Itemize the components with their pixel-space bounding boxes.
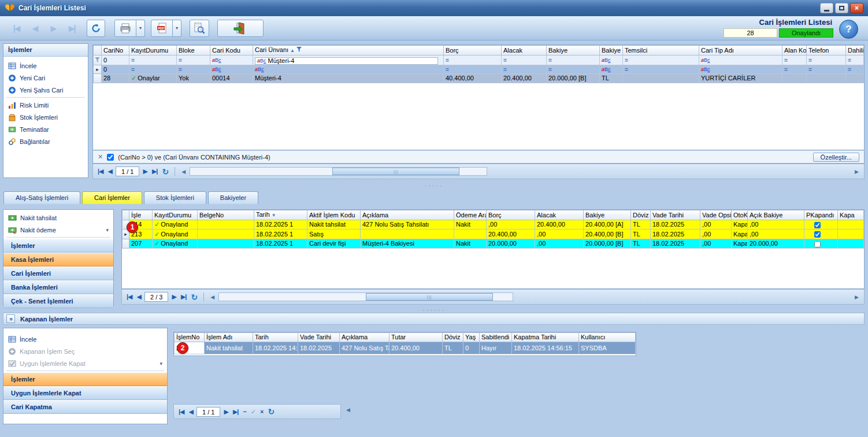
first-record-button[interactable]: |◀ — [7, 20, 25, 37]
filter-cell-borc[interactable]: = — [444, 55, 502, 65]
section-cek-senet-islemleri[interactable]: Çek - Senet İşlemleri — [3, 294, 113, 308]
pdf-export-button[interactable]: PDF — [151, 20, 173, 37]
column-header-cari-kodu[interactable]: Cari Kodu — [210, 46, 253, 55]
pager-previous-button[interactable]: ◀ — [107, 168, 113, 175]
column-header-islemno[interactable]: İşlemNo — [175, 333, 205, 342]
column-header-bloke[interactable]: Bloke — [177, 46, 210, 55]
section-cari-kapatma[interactable]: Cari Kapatma — [3, 400, 167, 414]
filter2-cell[interactable]: = — [623, 65, 699, 74]
preview-button[interactable] — [190, 20, 209, 37]
pager-refresh-icon[interactable]: ↻ — [267, 407, 276, 416]
filter2-cell[interactable]: aBc — [699, 65, 782, 74]
collapse-panel-button[interactable]: » — [6, 314, 15, 323]
column-header-temsilci[interactable]: Temsilci — [623, 46, 699, 55]
column-header-kayitdurumu[interactable]: KayıtDurumu — [153, 210, 198, 220]
action-kapanan-islem-sec[interactable]: Kapanan İşlem Seç — [3, 345, 167, 357]
column-header-alacak[interactable]: Alacak — [502, 46, 547, 55]
customer-row[interactable]: 28 ✓Onaylar Yok 00014 Müşteri-4 40.400,0… — [94, 74, 864, 83]
refresh-button[interactable] — [87, 20, 105, 37]
tab-bakiyeler[interactable]: Bakiyeler — [208, 191, 258, 204]
column-header-dahili[interactable]: Dahili — [846, 46, 864, 55]
pager-first-button[interactable]: |◀ — [97, 168, 105, 175]
filter-cell-bakiye[interactable]: = — [547, 55, 600, 65]
pager-first-button[interactable]: |◀ — [177, 408, 186, 416]
print-button[interactable] — [114, 20, 136, 37]
pager-refresh-icon[interactable]: ↻ — [190, 292, 199, 302]
column-header-aciklama[interactable]: Açıklama — [361, 210, 454, 220]
filter2-cell[interactable]: = — [129, 65, 177, 74]
sidebar-item-risk-limiti[interactable]: Risk Limiti — [3, 99, 88, 111]
cancel-edit-button[interactable]: × — [259, 408, 264, 415]
column-header-aktif-islem-kodu[interactable]: Aktif İşlem Kodu — [307, 210, 361, 220]
more-actions-caret[interactable]: ▾ — [159, 361, 162, 366]
section-kasa-islemleri[interactable]: Kasa İşlemleri — [3, 253, 113, 266]
action-uygun-islemlerle-kapat[interactable]: Uygun İşlemlerle Kapat ▾ — [3, 357, 167, 369]
column-header-tutar[interactable]: Tutar — [390, 333, 443, 342]
filter-cell-bloke[interactable]: = — [177, 55, 210, 65]
column-header-doviz[interactable]: Döviz — [631, 210, 651, 220]
previous-record-button[interactable]: ◀ — [25, 20, 44, 37]
scrollbar-thumb[interactable] — [332, 168, 459, 175]
exit-button[interactable] — [217, 20, 264, 37]
close-button[interactable]: × — [850, 3, 863, 13]
column-header-pkapandi[interactable]: PKapandı — [804, 210, 838, 220]
pkapandi-checkbox[interactable] — [814, 241, 821, 247]
column-header-tarih[interactable]: Tarih▼ — [254, 210, 307, 220]
sidebar-item-yeni-cari[interactable]: Yeni Cari — [3, 72, 88, 84]
customize-filter-button[interactable]: Özelleştir... — [813, 153, 859, 162]
filter-cell-alacak[interactable]: = — [502, 55, 547, 65]
pkapandi-checkbox[interactable] — [814, 231, 821, 238]
filter2-cell[interactable]: = — [782, 65, 807, 74]
column-header-bakiye[interactable]: Bakiye — [584, 210, 631, 220]
help-button[interactable]: ? — [839, 20, 858, 39]
pager-last-button[interactable]: ▶| — [180, 293, 188, 301]
post-record-button[interactable]: ✓ — [250, 408, 257, 416]
filter2-cell[interactable]: = — [846, 65, 864, 74]
pager-previous-button[interactable]: ◀ — [188, 408, 194, 416]
column-header-borc[interactable]: Borç — [487, 210, 535, 220]
filter-cell-cari-kodu[interactable]: aBc — [210, 55, 253, 65]
sidebar-item-stok-islemleri[interactable]: Stok İşlemleri — [3, 111, 88, 123]
column-header-vade-opsiyonu[interactable]: Vade Opsiy — [700, 210, 732, 220]
hscroll-left-arrow[interactable]: ◀ — [344, 407, 352, 413]
column-header-borc[interactable]: Borç — [444, 46, 502, 55]
action-nakit-tahsilat[interactable]: Nakit tahsilat — [3, 212, 113, 224]
more-actions-caret[interactable]: ▾ — [106, 227, 109, 233]
column-header-doviz[interactable]: Döviz — [443, 333, 463, 342]
column-header-alan-kodu[interactable]: Alan Ko — [782, 46, 807, 55]
column-header-vade-tarihi[interactable]: Vade Tarihi — [298, 333, 340, 342]
splitter-grip-bottom[interactable]: ······ — [0, 307, 868, 313]
hscroll-right-arrow[interactable]: ▶ — [853, 294, 860, 300]
column-header-isle[interactable]: İşle — [129, 210, 153, 220]
print-dropdown-caret[interactable]: ▾ — [136, 20, 145, 37]
sidebar-item-yeni-sahis-cari[interactable]: Yeni Şahıs Cari — [3, 84, 88, 96]
tab-stok-islemleri[interactable]: Stok İşlemleri — [144, 191, 206, 204]
section-uygun-islemlerle-kapat[interactable]: Uygun İşlemlerle Kapat — [3, 386, 167, 400]
pager-next-button[interactable]: ▶ — [170, 293, 177, 301]
column-header-aciklama[interactable]: Açıklama — [340, 333, 390, 342]
hscroll-right-arrow[interactable]: ▶ — [853, 169, 860, 175]
filter-cell-cari-unvani[interactable]: aBcMüşteri-4 — [253, 55, 444, 65]
horizontal-scrollbar[interactable] — [218, 292, 513, 301]
section-banka-islemleri[interactable]: Banka İşlemleri — [3, 280, 113, 294]
action-nakit-odeme[interactable]: Nakit ödeme ▾ — [3, 224, 113, 236]
filter-cell-cari-tip[interactable]: aBc — [699, 55, 782, 65]
sidebar-item-baglantilar[interactable]: Bağlantılar — [3, 135, 88, 147]
column-header-carino[interactable]: CariNo — [102, 46, 129, 55]
section-islemler[interactable]: İşlemler — [3, 372, 167, 386]
filter2-cell[interactable]: aBc — [210, 65, 253, 74]
filter-cell-kayitdurumu[interactable]: = — [129, 55, 177, 65]
pager-refresh-icon[interactable]: ↻ — [161, 167, 170, 176]
pager-next-button[interactable]: ▶ — [142, 168, 148, 175]
filter-enabled-checkbox[interactable] — [107, 154, 114, 161]
filter2-cell[interactable]: aBc — [600, 65, 623, 74]
filter-cell-carino[interactable]: 0 — [102, 55, 129, 65]
transaction-row[interactable]: ▸ 213 ✓Onayland 18.02.2025 1 Satış 20.40… — [123, 229, 864, 239]
column-header-alacak[interactable]: Alacak — [535, 210, 584, 220]
column-header-belgeno[interactable]: BelgeNo — [198, 210, 254, 220]
restore-button[interactable] — [835, 3, 848, 13]
column-header-tarih[interactable]: Tarih — [253, 333, 298, 342]
column-header-islem-adi[interactable]: İşlem Adı — [205, 333, 253, 342]
pkapandi-checkbox[interactable] — [814, 222, 821, 228]
filter2-cell[interactable]: = — [177, 65, 210, 74]
